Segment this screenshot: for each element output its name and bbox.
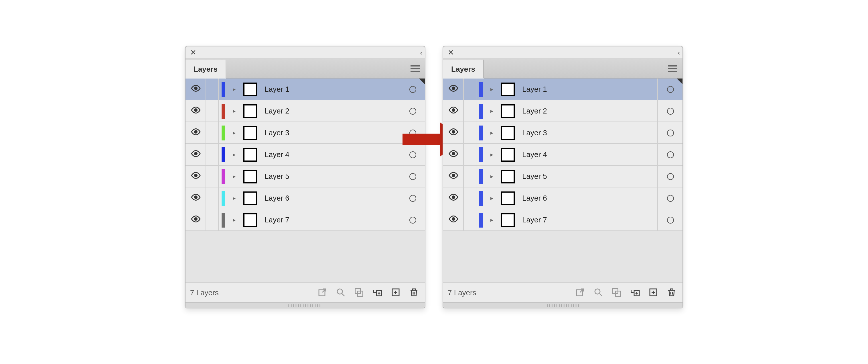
layer-name[interactable]: Layer 4 <box>518 150 657 159</box>
layer-thumbnail[interactable] <box>498 126 518 140</box>
tab-layers[interactable]: Layers <box>443 60 484 79</box>
layer-name[interactable]: Layer 3 <box>260 129 400 137</box>
lock-column[interactable] <box>464 122 476 143</box>
visibility-toggle[interactable] <box>186 79 206 100</box>
layer-row[interactable]: ▸Layer 5 <box>186 166 425 188</box>
target-button[interactable] <box>657 209 682 230</box>
layer-row[interactable]: ▸Layer 3 <box>186 122 425 144</box>
new-layer-icon[interactable] <box>647 286 659 299</box>
target-button[interactable] <box>400 79 425 100</box>
expand-triangle-icon[interactable]: ▸ <box>228 188 241 209</box>
layer-row[interactable]: ▸Layer 6 <box>443 188 682 209</box>
close-icon[interactable]: ✕ <box>190 48 196 57</box>
layer-thumbnail[interactable] <box>241 104 260 118</box>
target-button[interactable] <box>657 100 682 121</box>
layer-thumbnail[interactable] <box>498 82 518 96</box>
visibility-toggle[interactable] <box>186 166 206 187</box>
layer-thumbnail[interactable] <box>241 126 260 140</box>
panel-menu-icon[interactable] <box>405 59 425 78</box>
layer-thumbnail[interactable] <box>498 148 518 161</box>
layer-thumbnail[interactable] <box>241 191 260 205</box>
search-icon[interactable] <box>334 286 347 299</box>
expand-triangle-icon[interactable]: ▸ <box>486 122 498 143</box>
layer-thumbnail[interactable] <box>241 169 260 183</box>
layer-thumbnail[interactable] <box>241 213 260 227</box>
visibility-toggle[interactable] <box>443 166 464 187</box>
export-icon[interactable] <box>574 286 586 299</box>
layer-row[interactable]: ▸Layer 1 <box>186 79 425 100</box>
layer-row[interactable]: ▸Layer 7 <box>443 209 682 231</box>
visibility-toggle[interactable] <box>443 209 464 230</box>
layer-thumbnail[interactable] <box>241 82 260 96</box>
panel-resize-grip[interactable] <box>186 302 425 308</box>
lock-column[interactable] <box>464 188 476 209</box>
clipping-mask-icon[interactable] <box>353 286 365 299</box>
lock-column[interactable] <box>206 166 219 187</box>
expand-triangle-icon[interactable]: ▸ <box>486 209 498 230</box>
target-button[interactable] <box>400 188 425 209</box>
visibility-toggle[interactable] <box>443 144 464 165</box>
expand-triangle-icon[interactable]: ▸ <box>486 188 498 209</box>
lock-column[interactable] <box>464 209 476 230</box>
expand-triangle-icon[interactable]: ▸ <box>486 100 498 121</box>
close-icon[interactable]: ✕ <box>448 48 454 57</box>
layer-row[interactable]: ▸Layer 5 <box>443 166 682 188</box>
panel-resize-grip[interactable] <box>443 302 682 308</box>
layer-row[interactable]: ▸Layer 2 <box>443 100 682 122</box>
layer-name[interactable]: Layer 2 <box>518 107 657 115</box>
target-button[interactable] <box>657 166 682 187</box>
target-button[interactable] <box>400 209 425 230</box>
visibility-toggle[interactable] <box>443 188 464 209</box>
target-button[interactable] <box>657 144 682 165</box>
visibility-toggle[interactable] <box>186 122 206 143</box>
layer-name[interactable]: Layer 1 <box>518 85 657 93</box>
layer-thumbnail[interactable] <box>241 148 260 161</box>
visibility-toggle[interactable] <box>186 188 206 209</box>
lock-column[interactable] <box>206 188 219 209</box>
layer-name[interactable]: Layer 7 <box>260 216 400 224</box>
visibility-toggle[interactable] <box>186 100 206 121</box>
layer-name[interactable]: Layer 1 <box>260 85 400 93</box>
new-sublayer-icon[interactable] <box>371 286 383 299</box>
expand-triangle-icon[interactable]: ▸ <box>486 79 498 100</box>
lock-column[interactable] <box>206 144 219 165</box>
layer-name[interactable]: Layer 5 <box>518 172 657 180</box>
layer-row[interactable]: ▸Layer 3 <box>443 122 682 144</box>
layer-row[interactable]: ▸Layer 4 <box>443 144 682 166</box>
trash-icon[interactable] <box>408 286 420 299</box>
lock-column[interactable] <box>206 122 219 143</box>
trash-icon[interactable] <box>665 286 678 299</box>
layer-name[interactable]: Layer 2 <box>260 107 400 115</box>
new-sublayer-icon[interactable] <box>629 286 641 299</box>
layer-name[interactable]: Layer 6 <box>518 194 657 202</box>
lock-column[interactable] <box>206 100 219 121</box>
visibility-toggle[interactable] <box>443 79 464 100</box>
layer-row[interactable]: ▸Layer 7 <box>186 209 425 231</box>
expand-triangle-icon[interactable]: ▸ <box>486 144 498 165</box>
layer-thumbnail[interactable] <box>498 169 518 183</box>
layer-row[interactable]: ▸Layer 1 <box>443 79 682 100</box>
expand-triangle-icon[interactable]: ▸ <box>228 166 241 187</box>
target-button[interactable] <box>400 166 425 187</box>
layer-name[interactable]: Layer 6 <box>260 194 400 202</box>
lock-column[interactable] <box>464 166 476 187</box>
visibility-toggle[interactable] <box>443 100 464 121</box>
target-button[interactable] <box>400 100 425 121</box>
layer-name[interactable]: Layer 5 <box>260 172 400 180</box>
expand-triangle-icon[interactable]: ▸ <box>228 209 241 230</box>
layer-name[interactable]: Layer 3 <box>518 129 657 137</box>
expand-triangle-icon[interactable]: ▸ <box>228 79 241 100</box>
target-button[interactable] <box>657 188 682 209</box>
search-icon[interactable] <box>592 286 604 299</box>
layer-thumbnail[interactable] <box>498 104 518 118</box>
visibility-toggle[interactable] <box>186 209 206 230</box>
clipping-mask-icon[interactable] <box>610 286 623 299</box>
panel-menu-icon[interactable] <box>663 59 682 78</box>
lock-column[interactable] <box>206 209 219 230</box>
layer-row[interactable]: ▸Layer 6 <box>186 188 425 209</box>
layer-thumbnail[interactable] <box>498 191 518 205</box>
lock-column[interactable] <box>464 100 476 121</box>
layer-thumbnail[interactable] <box>498 213 518 227</box>
expand-triangle-icon[interactable]: ▸ <box>486 166 498 187</box>
target-button[interactable] <box>657 122 682 143</box>
